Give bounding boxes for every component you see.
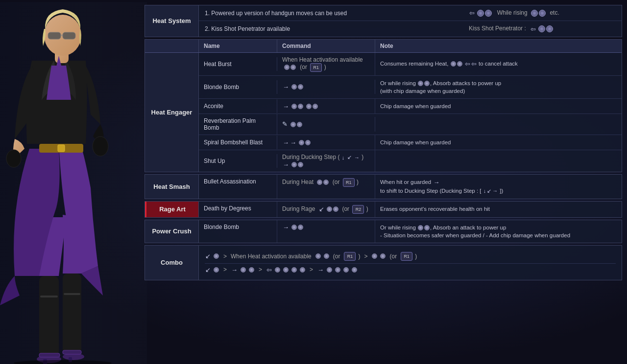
move-note-spiral: Chip damage when guarded [375,135,622,150]
smash-move-note: When hit or guarded → to shift to Duckin… [375,175,622,199]
heat-system-content: 1. Powered up version of handgun moves c… [199,5,622,37]
combo-line-2: ↙ > → > ⇦ > → [205,264,616,276]
heat-engager-section: Name Command Note Heat Engager Heat Burs… [145,39,622,172]
heat-system-text-1: 1. Powered up version of handgun moves c… [205,10,469,17]
table-row: Spiral Bombshell Blast →→ Chip damage wh… [199,135,622,150]
move-cmd-blonde-bomb: → [277,80,375,94]
svg-rect-14 [63,32,75,39]
svg-rect-6 [64,293,80,295]
table-row: Blonde Bomb → Or while rising , Absorb a… [199,76,622,99]
power-crush-section: Power Crush Blonde Bomb → Or while risin… [145,220,622,243]
move-cmd-aconite: → [277,99,375,113]
svg-point-16 [93,136,108,156]
combo-label: Combo [145,246,199,280]
table-row: Heat Burst When Heat activation availabl… [199,53,622,76]
move-name-spiral: Spiral Bombshell Blast [199,136,277,149]
rage-art-move-cmd: During Rage ↙ (or R2 ) [277,202,375,217]
rage-art-move-name: Death by Degrees [199,202,277,217]
move-cmd-shut-up: During Ducking Step ( ↓ ↙ → ) → [277,150,375,172]
move-name-heat-burst: Heat Burst [199,57,277,71]
heat-system-section: Heat System 1. Powered up version of han… [145,5,622,37]
svg-rect-10 [58,145,65,152]
svg-rect-3 [39,276,59,357]
header-command: Command [277,40,375,52]
smash-move-name: Bullet Assassination [199,175,277,199]
svg-rect-5 [40,296,58,297]
move-note-rev-palm [375,121,622,128]
move-name-rev-palm: Reverberation Palm Bomb [199,114,277,135]
content-area: Heat System 1. Powered up version of han… [145,5,622,359]
power-crush-move-note: Or while rising , Absorb an attack to po… [375,220,622,243]
combo-section: Combo ↙ > When Heat activation available… [145,245,622,280]
move-name-aconite: Aconite [199,99,277,113]
combo-line-1: ↙ > When Heat activation available (orR1… [205,250,616,264]
table-row: Aconite → Chip damage when guarded [199,99,622,114]
heat-system-cmd-2: Kiss Shot Penetrator : ⇦ [469,25,616,32]
power-crush-move-name: Blonde Bomb [199,220,277,243]
power-crush-move-cmd: → [277,220,375,243]
svg-rect-13 [48,32,61,39]
heat-engager-label: Heat Engager [145,53,199,172]
rage-art-row: Rage Art Death by Degrees During Rage ↙ … [145,202,622,217]
svg-rect-21 [63,350,81,354]
heat-system-label: Heat System [145,5,199,37]
rage-art-move-note: Erases opponent's recoverable health on … [375,202,622,217]
heat-smash-section: Heat Smash Bullet Assassination During H… [145,174,622,199]
move-cmd-spiral: →→ [277,135,375,149]
move-note-blonde-bomb: Or while rising , Absorb attacks to powe… [375,76,622,98]
character-area [0,0,147,364]
heat-system-row-2: 2. Kiss Shot Penetrator available Kiss S… [199,21,622,36]
heat-engager-table: Heat Burst When Heat activation availabl… [199,53,622,172]
header-name: Name [199,40,277,52]
svg-rect-4 [63,273,81,354]
move-name-blonde-bomb: Blonde Bomb [199,80,277,94]
move-note-aconite: Chip damage when guarded [375,99,622,114]
svg-rect-20 [39,353,60,357]
smash-row: Heat Smash Bullet Assassination During H… [145,175,622,199]
move-cmd-rev-palm: ✎ [277,117,375,131]
rage-art-section: Rage Art Death by Degrees During Rage ↙ … [145,201,622,218]
power-crush-row: Power Crush Blonde Bomb → Or while risin… [145,220,622,243]
move-note-shut-up [375,158,622,164]
combo-content: ↙ > When Heat activation available (orR1… [199,246,622,280]
heat-system-cmd-1: ⇦ While rising etc. [469,9,616,17]
heat-system-row-1: 1. Powered up version of handgun moves c… [199,5,622,21]
power-crush-label: Power Crush [145,220,199,243]
svg-point-17 [6,150,21,167]
move-name-shut-up: Shut Up [199,154,277,168]
table-row: Reverberation Palm Bomb ✎ [199,114,622,135]
rage-art-label: Rage Art [145,202,199,217]
move-note-heat-burst: Consumes remaining Heat, ⇦⇦ to cancel at… [375,56,622,72]
table-header: Name Command Note [145,40,622,53]
move-cmd-heat-burst: When Heat activation available (or R1 ) [277,53,375,75]
table-row: Shut Up During Ducking Step ( ↓ ↙ → ) → [199,150,622,172]
heat-system-text-2: 2. Kiss Shot Penetrator available [205,25,469,32]
heat-smash-label: Heat Smash [145,175,199,199]
smash-move-cmd: During Heat (or R1 ) [277,175,375,199]
header-note: Note [375,40,622,52]
